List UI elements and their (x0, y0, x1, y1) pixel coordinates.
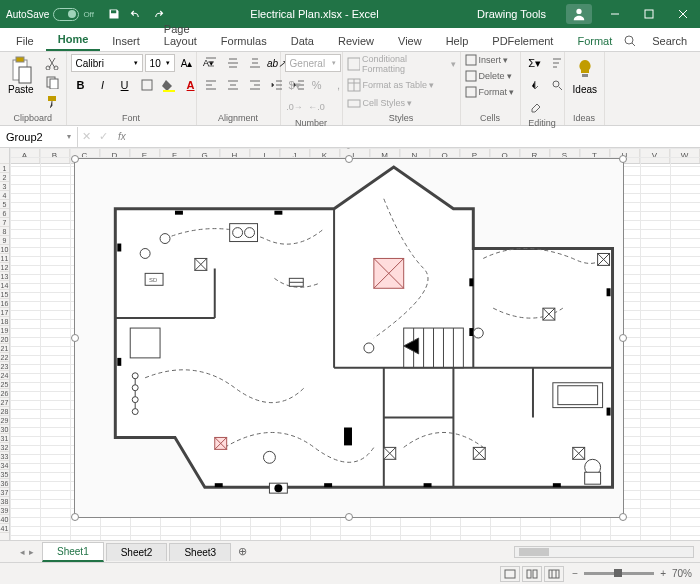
number-format-combo[interactable]: General▾ (285, 54, 341, 72)
resize-handle-tr[interactable] (619, 155, 627, 163)
zoom-out-button[interactable]: − (572, 568, 578, 579)
cf-icon (347, 57, 360, 71)
search-box[interactable]: Search (624, 31, 700, 51)
align-middle-button[interactable] (223, 54, 243, 72)
font-size-combo[interactable]: 10▾ (145, 54, 175, 72)
svg-rect-20 (582, 74, 588, 77)
italic-button[interactable]: I (93, 76, 113, 94)
tab-format[interactable]: Format (565, 31, 624, 51)
zoom-in-button[interactable]: + (660, 568, 666, 579)
sheet-tab-1[interactable]: Sheet1 (42, 542, 104, 562)
bold-button[interactable]: B (71, 76, 91, 94)
borders-button[interactable] (137, 76, 157, 94)
conditional-formatting-button[interactable]: Conditional Formatting▾ (347, 54, 456, 74)
svg-rect-68 (533, 570, 537, 578)
insert-cells-button[interactable]: Insert▾ (465, 54, 509, 66)
delete-cells-button[interactable]: Delete▾ (465, 70, 512, 82)
tab-page-layout[interactable]: Page Layout (152, 19, 209, 51)
align-bottom-button[interactable] (245, 54, 265, 72)
tab-insert[interactable]: Insert (100, 31, 152, 51)
horizontal-scrollbar[interactable] (514, 546, 694, 558)
delete-icon (465, 70, 477, 82)
align-center-button[interactable] (223, 76, 243, 94)
cut-button[interactable] (42, 54, 62, 72)
resize-handle-br[interactable] (619, 513, 627, 521)
find-button[interactable] (547, 76, 567, 94)
eraser-icon (529, 101, 541, 113)
cell-styles-button[interactable]: Cell Styles▾ (347, 96, 413, 110)
tab-data[interactable]: Data (279, 31, 326, 51)
format-painter-button[interactable] (42, 92, 62, 110)
worksheet-grid[interactable]: 1234567891011121314151617181920212223242… (0, 148, 700, 540)
resize-handle-tl[interactable] (71, 155, 79, 163)
minimize-button[interactable] (598, 0, 632, 28)
close-button[interactable] (666, 0, 700, 28)
zoom-level[interactable]: 70% (672, 568, 692, 579)
formula-input[interactable] (132, 126, 700, 147)
format-as-table-button[interactable]: Format as Table▾ (347, 78, 434, 92)
zoom-slider[interactable] (584, 572, 654, 575)
tab-formulas[interactable]: Formulas (209, 31, 279, 51)
autosave-toggle[interactable]: AutoSave Off (0, 8, 100, 21)
tab-help[interactable]: Help (434, 31, 481, 51)
enter-fx-icon[interactable]: ✓ (95, 130, 112, 143)
paste-button[interactable]: Paste (4, 54, 38, 97)
resize-handle-bl[interactable] (71, 513, 79, 521)
zoom-control[interactable]: − + 70% (572, 568, 692, 579)
sheet-tab-3[interactable]: Sheet3 (169, 543, 231, 561)
page-layout-view-button[interactable] (522, 566, 542, 582)
format-icon (465, 86, 477, 98)
resize-handle-b[interactable] (345, 513, 353, 521)
autosum-button[interactable]: Σ▾ (525, 54, 545, 72)
tab-pdfelement[interactable]: PDFelement (480, 31, 565, 51)
add-sheet-button[interactable]: ⊕ (233, 545, 251, 558)
tab-home[interactable]: Home (46, 29, 101, 51)
underline-button[interactable]: U (115, 76, 135, 94)
align-top-button[interactable] (201, 54, 221, 72)
format-cells-button[interactable]: Format▾ (465, 86, 515, 98)
font-family-combo[interactable]: Calibri▾ (71, 54, 143, 72)
account-button[interactable] (566, 4, 592, 24)
tab-review[interactable]: Review (326, 31, 386, 51)
fill-color-button[interactable] (159, 76, 179, 94)
row-headers[interactable]: 1234567891011121314151617181920212223242… (0, 148, 10, 540)
sheet-tab-2[interactable]: Sheet2 (106, 543, 168, 561)
currency-button[interactable]: $▾ (285, 76, 305, 94)
align-right-button[interactable] (245, 76, 265, 94)
svg-rect-33 (175, 211, 183, 215)
insert-icon (465, 54, 477, 66)
ideas-button[interactable]: Ideas (569, 54, 601, 97)
increase-font-button[interactable]: A▴ (177, 54, 197, 72)
svg-rect-9 (50, 79, 58, 89)
sort-filter-button[interactable] (547, 54, 567, 72)
group-cells: Insert▾ Delete▾ Format▾ Cells (461, 52, 521, 125)
save-icon[interactable] (108, 8, 120, 20)
sheet-nav[interactable]: ◂▸ (20, 547, 34, 557)
normal-view-button[interactable] (500, 566, 520, 582)
align-left-button[interactable] (201, 76, 221, 94)
rotate-handle[interactable] (344, 148, 354, 149)
page-break-view-button[interactable] (544, 566, 564, 582)
resize-handle-t[interactable] (345, 155, 353, 163)
autosave-switch-off[interactable] (53, 8, 79, 21)
fx-button[interactable]: fx (112, 131, 132, 142)
floor-plan-drawing[interactable]: SD (75, 159, 623, 517)
resize-handle-r[interactable] (619, 334, 627, 342)
tab-view[interactable]: View (386, 31, 434, 51)
percent-button[interactable]: % (307, 76, 327, 94)
svg-rect-42 (553, 483, 561, 487)
undo-icon[interactable] (130, 8, 142, 20)
tab-file[interactable]: File (4, 31, 46, 51)
cancel-fx-icon[interactable]: ✕ (78, 130, 95, 143)
clear-button[interactable] (525, 98, 545, 116)
copy-button[interactable] (42, 73, 62, 91)
maximize-button[interactable] (632, 0, 666, 28)
increase-decimal-button[interactable]: .0→ (285, 98, 305, 116)
name-box[interactable]: Group2▾ (0, 127, 78, 147)
fill-button[interactable] (525, 76, 545, 94)
decrease-decimal-button[interactable]: ←.0 (307, 98, 327, 116)
svg-rect-39 (215, 483, 223, 487)
resize-handle-l[interactable] (71, 334, 79, 342)
svg-point-63 (132, 385, 138, 391)
drawing-group-selection[interactable]: SD (74, 158, 624, 518)
